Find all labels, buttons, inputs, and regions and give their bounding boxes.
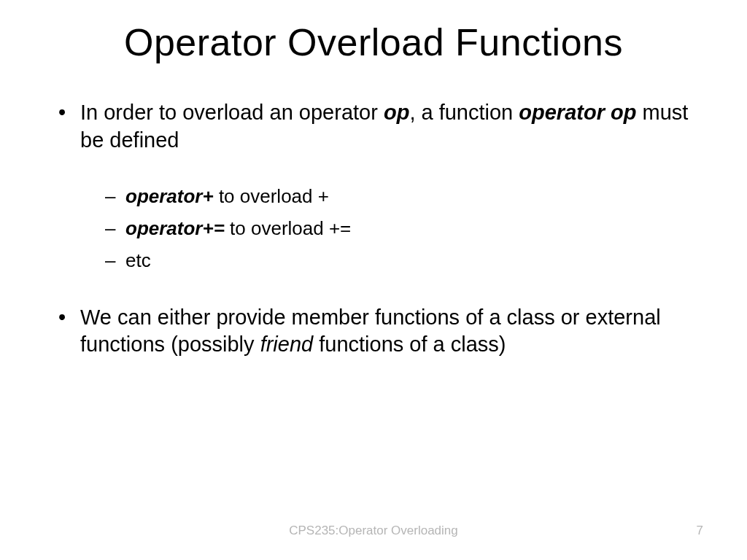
- text-bold-italic: op: [384, 101, 409, 124]
- text-fragment: , a function: [409, 101, 519, 124]
- footer-center: CPS235:Operator Overloading: [289, 524, 458, 538]
- text-bold-italic: operator+=: [125, 217, 225, 239]
- slide-title: Operator Overload Functions: [44, 20, 703, 64]
- slide: Operator Overload Functions In order to …: [0, 0, 747, 560]
- text-bold-italic: operator+: [125, 185, 214, 207]
- sub-bullet-3: etc: [105, 249, 703, 273]
- bullet-item-2: We can either provide member functions o…: [58, 304, 703, 359]
- sub-bullet-2: operator+= to overload +=: [105, 217, 703, 241]
- bullet-item-1: In order to overload an operator op, a f…: [58, 99, 703, 273]
- bullet-list-level1: In order to overload an operator op, a f…: [58, 99, 703, 359]
- slide-content: In order to overload an operator op, a f…: [44, 99, 703, 359]
- sub-bullet-1: operator+ to overload +: [105, 184, 703, 209]
- text-fragment: In order to overload an operator: [80, 101, 384, 124]
- text-bold-italic: operator op: [519, 101, 636, 124]
- text-fragment: functions of a class): [313, 332, 506, 356]
- text-italic: friend: [260, 332, 314, 356]
- text-fragment: to overload +: [214, 185, 329, 207]
- bullet-list-level2: operator+ to overload + operator+= to ov…: [80, 184, 703, 273]
- text-fragment: to overload +=: [225, 217, 351, 239]
- text-fragment: etc: [125, 249, 151, 271]
- page-number: 7: [697, 524, 703, 538]
- slide-footer: CPS235:Operator Overloading 7: [0, 524, 747, 538]
